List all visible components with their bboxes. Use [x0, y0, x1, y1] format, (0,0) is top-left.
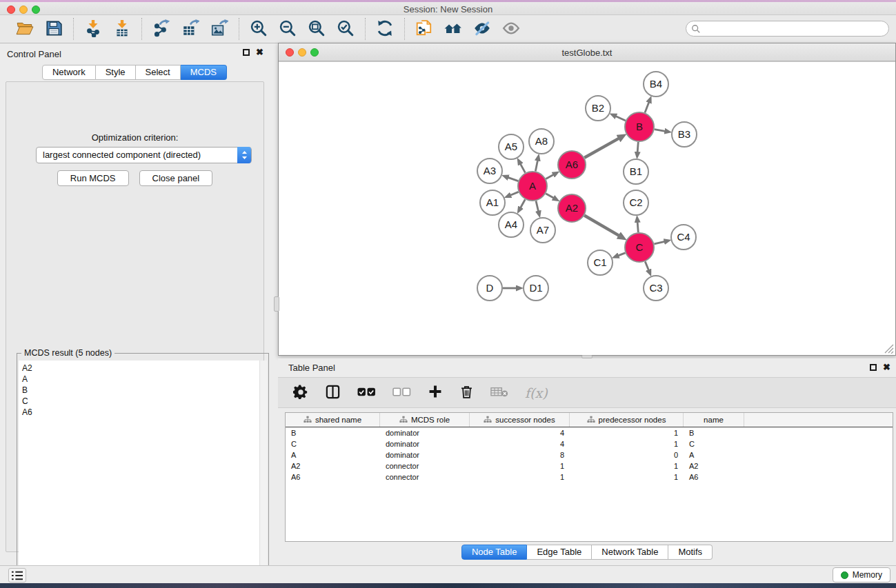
open-session-button[interactable] — [14, 19, 36, 39]
cell-MCDS-role[interactable]: dominator — [380, 451, 470, 459]
cell-shared-name[interactable]: B — [286, 429, 380, 437]
network-window-titlebar[interactable]: testGlobe.txt — [279, 43, 895, 61]
cell-successor-nodes[interactable]: 1 — [470, 462, 570, 470]
trash-button[interactable] — [459, 383, 474, 403]
home-views-button[interactable] — [442, 19, 464, 39]
import-table-button[interactable] — [111, 19, 133, 39]
cell-name[interactable]: A — [684, 451, 744, 459]
table-row[interactable]: A2connector11A2 — [286, 460, 893, 472]
cell-successor-nodes[interactable]: 4 — [470, 429, 570, 437]
node-C3[interactable]: C3 — [644, 276, 668, 301]
export-table-button[interactable] — [179, 19, 201, 39]
zoom-in-button[interactable] — [248, 19, 270, 39]
mcds-result-list[interactable]: A2ABCA6 — [19, 361, 259, 583]
mcds-result-item[interactable]: C — [22, 396, 256, 407]
column-header-successor-nodes[interactable]: successor nodes — [470, 413, 570, 427]
edge-B-B2[interactable] — [616, 116, 626, 120]
node-A7[interactable]: A7 — [530, 218, 555, 243]
node-B3[interactable]: B3 — [672, 122, 697, 147]
zoom-selected-button[interactable] — [335, 19, 357, 39]
cell-name[interactable]: C — [684, 440, 744, 448]
zoom-fit-button[interactable] — [306, 19, 328, 39]
column-header-predecessor-nodes[interactable]: predecessor nodes — [570, 413, 684, 427]
cell-name[interactable]: A2 — [684, 462, 744, 470]
unchecked-pair-button[interactable] — [392, 383, 411, 403]
tab-edge-table[interactable]: Edge Table — [527, 545, 592, 560]
table-row[interactable]: A6connector11A6 — [286, 472, 893, 483]
node-B4[interactable]: B4 — [644, 72, 668, 97]
cell-successor-nodes[interactable]: 4 — [470, 440, 570, 448]
edge-C-C2[interactable] — [637, 222, 638, 232]
mcds-result-item[interactable]: B — [22, 385, 256, 396]
table-row[interactable]: Adominator80A — [286, 449, 893, 460]
table-row[interactable]: Bdominator41B — [286, 427, 893, 438]
column-header-name[interactable]: name — [684, 413, 744, 427]
cell-shared-name[interactable]: C — [286, 440, 380, 448]
run-mcds-button[interactable]: Run MCDS — [57, 170, 129, 186]
float-table-panel-icon[interactable] — [870, 364, 877, 371]
cell-name[interactable]: B — [684, 429, 744, 437]
mcds-result-item[interactable]: A2 — [22, 363, 256, 374]
node-A[interactable]: A — [518, 172, 547, 201]
export-network-button[interactable] — [150, 19, 172, 39]
node-A8[interactable]: A8 — [529, 129, 554, 154]
edge-A-A6[interactable] — [546, 174, 553, 179]
export-image-button[interactable] — [208, 19, 230, 39]
edge-B-B3[interactable] — [655, 130, 666, 132]
criterion-select[interactable]: largest connected component (directed) — [36, 147, 252, 163]
node-A3[interactable]: A3 — [477, 159, 502, 183]
node-C1[interactable]: C1 — [588, 250, 613, 275]
edge-C-C1[interactable] — [618, 253, 625, 256]
edge-A-A5[interactable] — [520, 164, 525, 173]
vertical-splitter-handle[interactable] — [274, 296, 279, 312]
node-C4[interactable]: C4 — [671, 225, 696, 250]
cell-predecessor-nodes[interactable]: 1 — [570, 429, 684, 437]
result-list-scrollbar[interactable] — [259, 361, 267, 583]
edge-B-B4[interactable] — [645, 102, 649, 112]
refresh-button[interactable] — [374, 19, 396, 39]
cell-MCDS-role[interactable]: connector — [380, 473, 470, 481]
network-canvas[interactable]: AA1A3A4A5A7A8A6A2BB1B2B3B4CC1C2C3C4DD1 — [279, 61, 895, 355]
search-box[interactable] — [686, 21, 889, 37]
cell-MCDS-role[interactable]: dominator — [380, 429, 470, 437]
gear-button[interactable] — [293, 383, 308, 403]
edge-A-A3[interactable] — [508, 177, 518, 181]
node-A4[interactable]: A4 — [499, 212, 524, 237]
node-C[interactable]: C — [625, 233, 654, 262]
cell-successor-nodes[interactable]: 8 — [470, 451, 570, 459]
save-session-button[interactable] — [43, 19, 65, 39]
column-split-button[interactable] — [325, 383, 341, 403]
node-C2[interactable]: C2 — [624, 190, 648, 215]
memory-button[interactable]: Memory — [833, 567, 890, 582]
table-row[interactable]: Cdominator41C — [286, 438, 893, 449]
node-A2[interactable]: A2 — [558, 194, 586, 222]
cell-shared-name[interactable]: A2 — [286, 462, 380, 470]
cell-MCDS-role[interactable]: connector — [380, 462, 470, 470]
cell-predecessor-nodes[interactable]: 1 — [570, 462, 684, 470]
cell-shared-name[interactable]: A — [286, 451, 380, 459]
cell-shared-name[interactable]: A6 — [286, 473, 380, 481]
cell-predecessor-nodes[interactable]: 1 — [570, 440, 684, 448]
column-header-MCDS-role[interactable]: MCDS role — [380, 413, 470, 427]
plus-button[interactable] — [428, 383, 443, 403]
node-B2[interactable]: B2 — [586, 96, 610, 121]
hide-eye-button[interactable] — [471, 19, 493, 39]
search-input[interactable] — [704, 24, 876, 34]
tab-style[interactable]: Style — [96, 65, 136, 80]
node-D1[interactable]: D1 — [524, 276, 548, 301]
edge-B-B1[interactable] — [637, 142, 638, 152]
edge-A-A7[interactable] — [536, 201, 539, 211]
task-history-button[interactable] — [8, 568, 26, 582]
edge-A-A8[interactable] — [535, 160, 537, 171]
close-panel-button[interactable]: Close panel — [139, 170, 213, 186]
mcds-result-item[interactable]: A — [22, 374, 256, 385]
float-panel-icon[interactable] — [243, 49, 250, 56]
node-A1[interactable]: A1 — [480, 190, 505, 215]
show-eye-button[interactable] — [500, 19, 522, 39]
cell-MCDS-role[interactable]: dominator — [380, 440, 470, 448]
tab-select[interactable]: Select — [136, 65, 181, 80]
column-header-shared-name[interactable]: shared name — [286, 413, 380, 427]
tab-network-table[interactable]: Network Table — [592, 545, 668, 560]
edge-C-C4[interactable] — [654, 241, 664, 244]
clone-network-button[interactable] — [413, 19, 435, 39]
